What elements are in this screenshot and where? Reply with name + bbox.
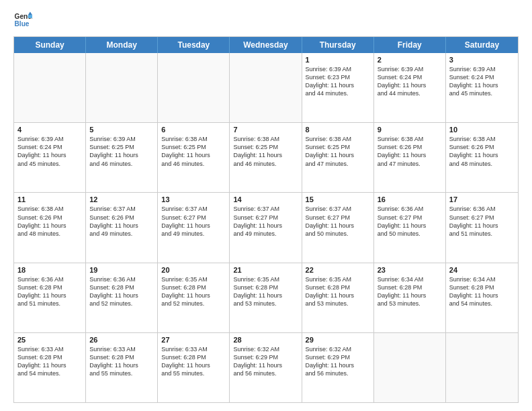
calendar-cell: 1Sunrise: 6:39 AM Sunset: 6:23 PM Daylig… [302,53,374,122]
day-info: Sunrise: 6:35 AM Sunset: 6:28 PM Dayligh… [306,275,370,308]
calendar-cell: 23Sunrise: 6:34 AM Sunset: 6:28 PM Dayli… [374,263,446,332]
day-number: 11 [17,195,82,203]
calendar-cell: 15Sunrise: 6:37 AM Sunset: 6:27 PM Dayli… [302,193,374,262]
logo: General Blue [13,11,32,30]
calendar-cell: 22Sunrise: 6:35 AM Sunset: 6:28 PM Dayli… [302,263,374,332]
svg-text:Blue: Blue [15,20,30,28]
day-number: 8 [306,126,370,134]
day-number: 10 [449,126,515,134]
day-info: Sunrise: 6:32 AM Sunset: 6:29 PM Dayligh… [306,345,370,378]
day-info: Sunrise: 6:36 AM Sunset: 6:27 PM Dayligh… [449,205,515,238]
day-number: 1 [306,56,370,64]
weekday-header: Thursday [302,37,374,53]
weekday-header: Monday [86,37,158,53]
calendar-cell: 6Sunrise: 6:38 AM Sunset: 6:25 PM Daylig… [158,123,230,192]
day-info: Sunrise: 6:39 AM Sunset: 6:24 PM Dayligh… [17,135,82,168]
day-number: 5 [89,126,154,134]
weekday-header: Tuesday [158,37,230,53]
calendar-cell: 10Sunrise: 6:38 AM Sunset: 6:26 PM Dayli… [446,123,518,192]
calendar-cell: 25Sunrise: 6:33 AM Sunset: 6:28 PM Dayli… [14,333,86,402]
calendar-cell: 17Sunrise: 6:36 AM Sunset: 6:27 PM Dayli… [446,193,518,262]
calendar-cell: 5Sunrise: 6:39 AM Sunset: 6:25 PM Daylig… [86,123,158,192]
day-info: Sunrise: 6:33 AM Sunset: 6:28 PM Dayligh… [89,345,154,378]
day-info: Sunrise: 6:33 AM Sunset: 6:28 PM Dayligh… [17,345,82,378]
day-info: Sunrise: 6:34 AM Sunset: 6:28 PM Dayligh… [449,275,515,308]
day-number: 29 [306,336,370,344]
day-number: 17 [449,195,515,203]
calendar-cell: 21Sunrise: 6:35 AM Sunset: 6:28 PM Dayli… [230,263,302,332]
calendar-body: 1Sunrise: 6:39 AM Sunset: 6:23 PM Daylig… [14,53,518,402]
day-info: Sunrise: 6:38 AM Sunset: 6:26 PM Dayligh… [449,135,515,168]
weekday-header: Friday [374,37,446,53]
day-info: Sunrise: 6:36 AM Sunset: 6:28 PM Dayligh… [89,275,154,308]
day-info: Sunrise: 6:37 AM Sunset: 6:27 PM Dayligh… [161,205,226,238]
day-number: 23 [378,266,442,274]
calendar-cell: 12Sunrise: 6:37 AM Sunset: 6:26 PM Dayli… [86,193,158,262]
calendar-cell: 24Sunrise: 6:34 AM Sunset: 6:28 PM Dayli… [446,263,518,332]
day-info: Sunrise: 6:39 AM Sunset: 6:24 PM Dayligh… [378,65,442,98]
day-info: Sunrise: 6:38 AM Sunset: 6:25 PM Dayligh… [306,135,370,168]
day-number: 9 [378,126,442,134]
day-number: 27 [161,336,226,344]
calendar-cell: 20Sunrise: 6:35 AM Sunset: 6:28 PM Dayli… [158,263,230,332]
day-info: Sunrise: 6:39 AM Sunset: 6:23 PM Dayligh… [306,65,370,98]
day-number: 4 [17,126,82,134]
day-number: 7 [233,126,298,134]
day-info: Sunrise: 6:37 AM Sunset: 6:27 PM Dayligh… [306,205,370,238]
calendar-cell [446,333,518,402]
day-info: Sunrise: 6:38 AM Sunset: 6:25 PM Dayligh… [161,135,226,168]
day-number: 22 [306,266,370,274]
weekday-header: Wednesday [230,37,302,53]
calendar: SundayMondayTuesdayWednesdayThursdayFrid… [13,36,519,403]
calendar-header: SundayMondayTuesdayWednesdayThursdayFrid… [14,37,518,53]
calendar-cell: 29Sunrise: 6:32 AM Sunset: 6:29 PM Dayli… [302,333,374,402]
calendar-cell: 18Sunrise: 6:36 AM Sunset: 6:28 PM Dayli… [14,263,86,332]
day-number: 28 [233,336,298,344]
day-info: Sunrise: 6:32 AM Sunset: 6:29 PM Dayligh… [233,345,298,378]
calendar-cell [374,333,446,402]
calendar-row: 11Sunrise: 6:38 AM Sunset: 6:26 PM Dayli… [14,192,518,262]
logo-icon: General Blue [13,11,32,30]
calendar-cell: 27Sunrise: 6:33 AM Sunset: 6:28 PM Dayli… [158,333,230,402]
day-number: 2 [378,56,442,64]
svg-marker-3 [28,15,32,18]
day-number: 14 [233,195,298,203]
calendar-cell: 7Sunrise: 6:38 AM Sunset: 6:25 PM Daylig… [230,123,302,192]
calendar-cell: 4Sunrise: 6:39 AM Sunset: 6:24 PM Daylig… [14,123,86,192]
calendar-cell: 2Sunrise: 6:39 AM Sunset: 6:24 PM Daylig… [374,53,446,122]
day-info: Sunrise: 6:36 AM Sunset: 6:27 PM Dayligh… [378,205,442,238]
day-info: Sunrise: 6:38 AM Sunset: 6:26 PM Dayligh… [17,205,82,238]
calendar-cell: 8Sunrise: 6:38 AM Sunset: 6:25 PM Daylig… [302,123,374,192]
calendar-row: 25Sunrise: 6:33 AM Sunset: 6:28 PM Dayli… [14,332,518,402]
calendar-row: 4Sunrise: 6:39 AM Sunset: 6:24 PM Daylig… [14,122,518,192]
calendar-cell [14,53,86,122]
calendar-cell [86,53,158,122]
calendar-cell: 14Sunrise: 6:37 AM Sunset: 6:27 PM Dayli… [230,193,302,262]
calendar-row: 1Sunrise: 6:39 AM Sunset: 6:23 PM Daylig… [14,53,518,122]
day-number: 16 [378,195,442,203]
calendar-cell: 3Sunrise: 6:39 AM Sunset: 6:24 PM Daylig… [446,53,518,122]
day-info: Sunrise: 6:35 AM Sunset: 6:28 PM Dayligh… [233,275,298,308]
day-info: Sunrise: 6:37 AM Sunset: 6:27 PM Dayligh… [233,205,298,238]
day-info: Sunrise: 6:39 AM Sunset: 6:24 PM Dayligh… [449,65,515,98]
day-number: 21 [233,266,298,274]
day-info: Sunrise: 6:34 AM Sunset: 6:28 PM Dayligh… [378,275,442,308]
day-info: Sunrise: 6:35 AM Sunset: 6:28 PM Dayligh… [161,275,226,308]
calendar-cell: 16Sunrise: 6:36 AM Sunset: 6:27 PM Dayli… [374,193,446,262]
calendar-cell [158,53,230,122]
calendar-cell: 13Sunrise: 6:37 AM Sunset: 6:27 PM Dayli… [158,193,230,262]
day-info: Sunrise: 6:33 AM Sunset: 6:28 PM Dayligh… [161,345,226,378]
weekday-header: Saturday [446,37,518,53]
day-number: 18 [17,266,82,274]
calendar-cell: 19Sunrise: 6:36 AM Sunset: 6:28 PM Dayli… [86,263,158,332]
day-info: Sunrise: 6:38 AM Sunset: 6:26 PM Dayligh… [378,135,442,168]
calendar-cell: 26Sunrise: 6:33 AM Sunset: 6:28 PM Dayli… [86,333,158,402]
weekday-header: Sunday [14,37,86,53]
calendar-cell [230,53,302,122]
day-number: 3 [449,56,515,64]
calendar-cell: 11Sunrise: 6:38 AM Sunset: 6:26 PM Dayli… [14,193,86,262]
calendar-cell: 9Sunrise: 6:38 AM Sunset: 6:26 PM Daylig… [374,123,446,192]
page-header: General Blue [13,11,519,30]
day-info: Sunrise: 6:38 AM Sunset: 6:25 PM Dayligh… [233,135,298,168]
day-number: 19 [89,266,154,274]
